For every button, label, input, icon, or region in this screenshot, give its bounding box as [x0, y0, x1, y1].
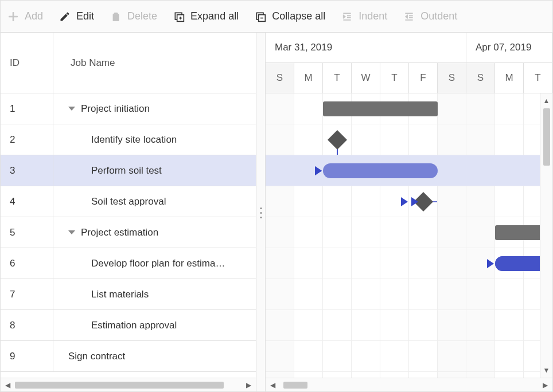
- day-header: S: [466, 63, 495, 93]
- scroll-right-icon[interactable]: ▶: [540, 380, 550, 390]
- edit-label: Edit: [76, 10, 94, 22]
- dependency-arrow-icon: [487, 259, 494, 268]
- cell-job: Soil test approval: [53, 186, 256, 217]
- timeline-row[interactable]: [266, 310, 552, 341]
- column-header-job[interactable]: Job Name: [53, 33, 256, 93]
- scroll-down-icon[interactable]: ▼: [542, 365, 551, 375]
- timeline-row[interactable]: [266, 93, 552, 124]
- splitter[interactable]: [256, 33, 266, 391]
- scroll-up-icon[interactable]: ▲: [542, 96, 551, 106]
- cell-id: 2: [1, 124, 53, 155]
- table-row[interactable]: 2Identify site location: [1, 124, 256, 155]
- expand-all-label: Expand all: [190, 10, 239, 22]
- cell-job: Project estimation: [53, 217, 256, 248]
- timeline-header: Mar 31, 2019Apr 07, 2019 SMTWTFSSMT: [266, 33, 552, 93]
- table-row[interactable]: 5Project estimation: [1, 217, 256, 248]
- cell-job: Develop floor plan for estima…: [53, 248, 256, 279]
- indent-button[interactable]: Indent: [341, 10, 387, 22]
- toolbar: Add Edit Delete Expand all Collapse all …: [1, 1, 552, 33]
- day-header: S: [266, 63, 294, 93]
- outdent-button[interactable]: Outdent: [403, 10, 457, 22]
- day-header: T: [323, 63, 352, 93]
- cell-id: 9: [1, 341, 53, 371]
- grid-header: ID Job Name: [1, 33, 256, 93]
- right-vscrollbar[interactable]: ▲ ▼: [540, 93, 552, 378]
- job-name: Develop floor plan for estima…: [91, 258, 225, 269]
- gantt-summary-bar[interactable]: [323, 101, 438, 116]
- dependency-arrow-icon: [315, 166, 322, 175]
- day-header: F: [409, 63, 438, 93]
- job-name: Estimation approval: [91, 320, 177, 331]
- scroll-left-icon[interactable]: ◀: [268, 380, 278, 390]
- delete-label: Delete: [127, 10, 157, 22]
- job-name: Project estimation: [81, 227, 158, 238]
- add-button[interactable]: Add: [7, 10, 43, 22]
- day-header: M: [294, 63, 323, 93]
- timeline-row[interactable]: [266, 155, 552, 186]
- table-row[interactable]: 8Estimation approval: [1, 310, 256, 341]
- edit-button[interactable]: Edit: [59, 10, 94, 22]
- table-row[interactable]: 3Perform soil test: [1, 155, 256, 186]
- cell-id: 7: [1, 279, 53, 309]
- indent-label: Indent: [359, 10, 387, 22]
- week-header: Apr 07, 2019: [466, 33, 552, 62]
- timeline-row[interactable]: [266, 341, 552, 372]
- cell-job: Perform soil test: [53, 155, 256, 186]
- timeline-row[interactable]: [266, 248, 552, 279]
- cell-id: 4: [1, 186, 53, 217]
- table-row[interactable]: 9Sign contract: [1, 341, 256, 372]
- cell-id: 5: [1, 217, 53, 248]
- cell-job: Estimation approval: [53, 310, 256, 340]
- cell-id: 8: [1, 310, 53, 340]
- table-row[interactable]: 7List materials: [1, 279, 256, 310]
- job-name: Perform soil test: [91, 165, 162, 177]
- table-row[interactable]: 6Develop floor plan for estima…: [1, 248, 256, 279]
- day-header: S: [438, 63, 466, 93]
- scroll-right-icon[interactable]: ▶: [244, 380, 254, 390]
- week-header: Mar 31, 2019: [266, 33, 466, 62]
- day-header: T: [380, 63, 409, 93]
- collapse-all-label: Collapse all: [272, 10, 325, 22]
- add-label: Add: [25, 10, 43, 22]
- timeline-row[interactable]: [266, 124, 552, 155]
- timeline-pane: Mar 31, 2019Apr 07, 2019 SMTWTFSSMT ▲ ▼ …: [266, 33, 552, 391]
- outdent-label: Outdent: [420, 10, 457, 22]
- timeline-body[interactable]: [266, 93, 552, 378]
- caret-down-icon[interactable]: [68, 230, 75, 234]
- caret-down-icon[interactable]: [68, 107, 75, 111]
- table-row[interactable]: 1Project initiation: [1, 93, 256, 124]
- job-name: Sign contract: [68, 351, 125, 362]
- cell-id: 6: [1, 248, 53, 279]
- task-grid-pane: ID Job Name 1Project initiation2Identify…: [1, 33, 256, 391]
- table-row[interactable]: 4Soil test approval: [1, 186, 256, 217]
- main: ID Job Name 1Project initiation2Identify…: [1, 33, 552, 391]
- right-hscrollbar[interactable]: ◀ ▶: [266, 378, 552, 391]
- cell-id: 3: [1, 155, 53, 186]
- cell-job: Sign contract: [53, 341, 256, 371]
- grid-body: 1Project initiation2Identify site locati…: [1, 93, 256, 378]
- left-hscrollbar[interactable]: ◀ ▶: [1, 378, 256, 391]
- delete-button[interactable]: Delete: [110, 10, 157, 22]
- job-name: Soil test approval: [91, 196, 166, 207]
- day-header: M: [495, 63, 524, 93]
- scroll-left-icon[interactable]: ◀: [3, 380, 13, 390]
- expand-all-button[interactable]: Expand all: [173, 10, 239, 22]
- collapse-all-button[interactable]: Collapse all: [255, 10, 325, 22]
- timeline-row[interactable]: [266, 279, 552, 310]
- cell-id: 1: [1, 93, 53, 124]
- timeline-row[interactable]: [266, 217, 552, 248]
- day-header: T: [524, 63, 552, 93]
- dependency-arrow-icon: [411, 197, 418, 206]
- gantt-milestone[interactable]: [328, 130, 347, 150]
- cell-job: Identify site location: [53, 124, 256, 155]
- cell-job: List materials: [53, 279, 256, 309]
- gantt-task-bar[interactable]: [323, 163, 438, 178]
- day-header: W: [352, 63, 380, 93]
- timeline-row[interactable]: [266, 186, 552, 217]
- column-header-id[interactable]: ID: [1, 33, 53, 93]
- job-name: Project initiation: [81, 103, 150, 115]
- dependency-arrow-icon: [401, 197, 408, 206]
- job-name: List materials: [91, 289, 149, 300]
- cell-job: Project initiation: [53, 93, 256, 124]
- job-name: Identify site location: [91, 134, 177, 146]
